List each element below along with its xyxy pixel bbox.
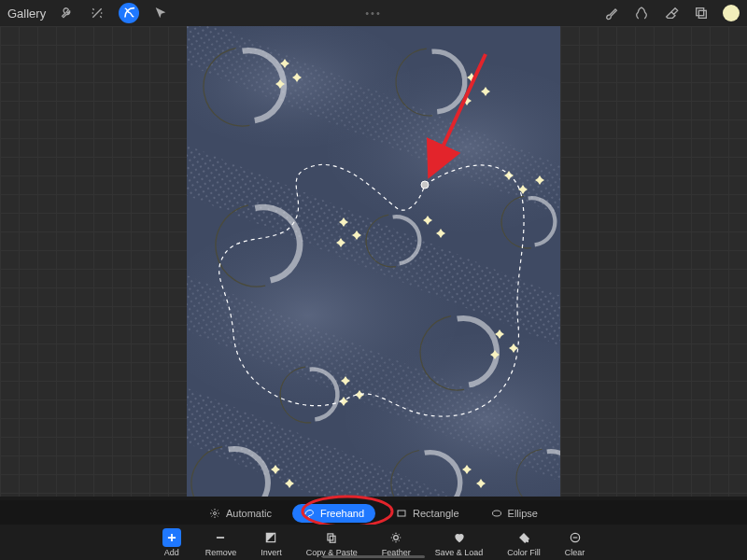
color-swatch[interactable] xyxy=(723,5,740,21)
action-feather[interactable]: Feather xyxy=(382,528,411,557)
minus-icon xyxy=(211,528,230,547)
layers-icon[interactable] xyxy=(693,5,710,21)
smudge-icon[interactable] xyxy=(633,5,650,21)
mode-freehand[interactable]: Freehand xyxy=(292,504,375,523)
bucket-icon xyxy=(514,528,533,547)
heart-icon xyxy=(450,528,469,547)
canvas-workspace xyxy=(0,26,747,497)
action-label: Add xyxy=(164,548,179,557)
arrow-cursor-icon[interactable] xyxy=(152,5,169,21)
wand-icon[interactable] xyxy=(89,5,106,21)
brush-icon[interactable] xyxy=(603,5,620,21)
mode-label: Freehand xyxy=(320,508,364,519)
lasso-icon xyxy=(303,508,315,519)
modify-menu-indicator[interactable]: ••• xyxy=(365,7,382,19)
action-label: Invert xyxy=(261,548,282,557)
selection-tool-button[interactable] xyxy=(119,3,139,23)
svg-rect-0 xyxy=(697,8,704,16)
mode-automatic[interactable]: Automatic xyxy=(198,504,283,523)
mode-label: Ellipse xyxy=(508,508,538,519)
svg-point-19 xyxy=(394,535,399,539)
action-label: Remove xyxy=(205,548,237,557)
action-label: Color Fill xyxy=(507,548,541,557)
action-clear[interactable]: Clear xyxy=(565,528,585,557)
artwork xyxy=(187,26,560,497)
action-color-fill[interactable]: Color Fill xyxy=(507,528,541,557)
top-toolbar: Gallery ••• xyxy=(0,0,747,26)
home-indicator xyxy=(322,555,425,558)
mode-ellipse[interactable]: Ellipse xyxy=(480,504,549,523)
svg-point-15 xyxy=(492,511,500,516)
action-save-load[interactable]: Save & Load xyxy=(435,528,484,557)
svg-rect-1 xyxy=(698,10,706,18)
mode-label: Rectangle xyxy=(413,508,459,519)
canvas[interactable] xyxy=(187,26,560,497)
wrench-icon[interactable] xyxy=(59,5,76,21)
selection-node xyxy=(421,181,429,189)
clear-icon xyxy=(566,528,585,547)
svg-point-13 xyxy=(214,512,217,515)
top-toolbar-right xyxy=(603,5,740,21)
action-invert[interactable]: Invert xyxy=(261,528,282,557)
selection-mode-row: Automatic Freehand Rectangle Ellipse xyxy=(0,500,747,525)
svg-rect-14 xyxy=(398,511,405,516)
action-add[interactable]: Add xyxy=(162,528,181,557)
gallery-button[interactable]: Gallery xyxy=(7,7,46,21)
plus-icon xyxy=(162,528,181,547)
mode-rectangle[interactable]: Rectangle xyxy=(385,504,471,523)
action-label: Save & Load xyxy=(435,548,484,557)
mode-label: Automatic xyxy=(226,508,272,519)
action-remove[interactable]: Remove xyxy=(205,528,237,557)
burst-icon xyxy=(209,508,220,519)
feather-icon xyxy=(387,528,405,547)
eraser-icon[interactable] xyxy=(663,5,680,21)
invert-icon xyxy=(261,528,280,547)
action-label: Clear xyxy=(565,548,585,557)
top-toolbar-left: Gallery xyxy=(7,3,169,23)
action-copy-paste[interactable]: Copy & Paste xyxy=(306,528,358,557)
ellipse-icon xyxy=(491,508,502,519)
copy-icon xyxy=(322,528,341,547)
rectangle-icon xyxy=(396,508,407,519)
